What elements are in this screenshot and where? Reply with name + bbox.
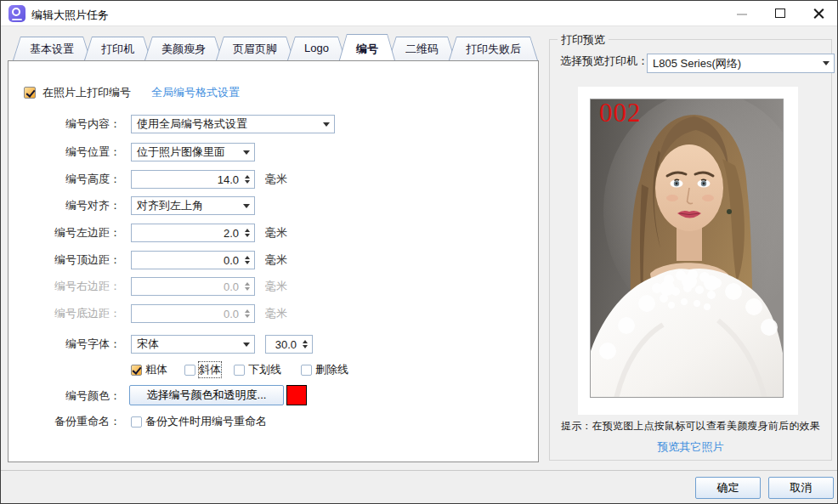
unit-label: 毫米 xyxy=(265,225,287,241)
spin-down-icon[interactable] xyxy=(245,261,250,264)
checkbox-icon xyxy=(234,365,245,376)
spinner-arrows[interactable] xyxy=(242,256,254,264)
printer-row: 选择预览打印机： L805 Series(网络) xyxy=(560,54,838,69)
spin-up-icon[interactable] xyxy=(245,175,250,178)
close-button[interactable] xyxy=(799,1,837,26)
spin-down-icon[interactable] xyxy=(245,180,250,184)
field-margin-bottom: 编号底边距： 0.0 毫米 xyxy=(8,303,538,324)
tab-logo[interactable]: Logo xyxy=(287,37,346,60)
number-align-select[interactable]: 对齐到左上角 xyxy=(131,196,255,215)
choose-color-button[interactable]: 选择编号颜色和透明度... xyxy=(129,385,284,405)
tab-beauty-slim[interactable]: 美颜瘦身 xyxy=(144,37,223,60)
number-position-label: 编号位置： xyxy=(8,144,121,160)
field-number-position: 编号位置： 位于照片图像里面 xyxy=(8,142,538,162)
italic-checkbox[interactable]: 斜体 xyxy=(184,362,221,377)
number-settings-panel: 在照片上打印编号 全局编号格式设置 编号内容： 使用全局编号格式设置 编号位置：… xyxy=(8,60,539,462)
print-number-checkbox[interactable]: 在照片上打印编号 全局编号格式设置 xyxy=(24,85,240,100)
unit-label: 毫米 xyxy=(265,279,287,294)
bold-checkbox[interactable]: 粗体 xyxy=(131,362,167,377)
maximize-button[interactable] xyxy=(761,1,799,26)
field-margin-top: 编号顶边距： 0.0 毫米 xyxy=(8,250,538,270)
number-content-label: 编号内容： xyxy=(8,116,121,132)
global-number-format-link[interactable]: 全局编号格式设置 xyxy=(151,85,240,100)
margin-left-spinner[interactable]: 2.0 xyxy=(131,224,255,242)
number-content-value: 使用全局编号格式设置 xyxy=(132,116,319,132)
preview-paper: 002 xyxy=(578,87,798,415)
spin-up-icon[interactable] xyxy=(245,229,250,232)
tab-printer[interactable]: 打印机 xyxy=(84,37,151,60)
color-swatch[interactable] xyxy=(286,385,307,405)
chevron-down-icon xyxy=(239,150,254,155)
number-align-value: 对齐到左上角 xyxy=(132,198,239,213)
spinner-value: 0.0 xyxy=(132,254,242,267)
font-family-value: 宋体 xyxy=(132,337,239,352)
preview-photo[interactable]: 002 xyxy=(590,99,784,398)
preview-other-photos-link[interactable]: 预览其它照片 xyxy=(658,440,724,453)
spin-down-icon xyxy=(245,287,250,291)
spin-up-icon[interactable] xyxy=(303,340,308,343)
tab-label: Logo xyxy=(287,37,346,54)
underline-label: 下划线 xyxy=(248,362,281,377)
number-content-select[interactable]: 使用全局编号格式设置 xyxy=(131,115,335,133)
chevron-down-icon xyxy=(818,61,834,65)
number-position-select[interactable]: 位于照片图像里面 xyxy=(131,143,255,161)
print-preview-group: 打印预览 选择预览打印机： L805 Series(网络) xyxy=(549,39,832,461)
field-margin-right: 编号右边距： 0.0 毫米 xyxy=(8,276,538,297)
tab-label: 打印失败后 xyxy=(449,37,538,57)
tab-print-fail[interactable]: 打印失败后 xyxy=(449,37,538,60)
font-size-spinner[interactable]: 30.0 xyxy=(265,335,313,354)
unit-label: 毫米 xyxy=(265,252,287,268)
backup-rename-label: 备份重命名： xyxy=(8,414,121,429)
italic-label: 斜体 xyxy=(199,362,221,377)
margin-top-spinner[interactable]: 0.0 xyxy=(131,251,255,269)
footer-bar: 确定 取消 xyxy=(1,470,837,504)
number-height-spinner[interactable]: 14.0 xyxy=(131,170,255,189)
margin-bottom-spinner: 0.0 xyxy=(131,304,255,323)
underline-checkbox[interactable]: 下划线 xyxy=(234,362,281,377)
spinner-value: 0.0 xyxy=(132,308,242,320)
spin-down-icon[interactable] xyxy=(303,345,308,348)
cancel-button[interactable]: 取消 xyxy=(768,477,834,499)
font-family-select[interactable]: 宋体 xyxy=(131,335,255,354)
tab-header-footer[interactable]: 页眉页脚 xyxy=(216,37,294,60)
spinner-arrows[interactable] xyxy=(242,229,254,237)
spin-down-icon xyxy=(245,314,250,318)
ok-button[interactable]: 确定 xyxy=(695,477,761,499)
backup-rename-checkbox-label: 备份文件时用编号重命名 xyxy=(145,414,267,429)
number-align-label: 编号对齐： xyxy=(8,198,121,213)
field-number-content: 编号内容： 使用全局编号格式设置 xyxy=(8,114,538,134)
app-icon xyxy=(8,5,25,22)
tab-bar: 基本设置 打印机 美颜瘦身 页眉页脚 Logo 编号 二维码 打印失败后 xyxy=(13,37,538,60)
spinner-value: 14.0 xyxy=(132,173,242,186)
spin-down-icon[interactable] xyxy=(245,234,250,237)
margin-right-spinner: 0.0 xyxy=(131,277,255,296)
minimize-button[interactable] xyxy=(722,1,761,26)
tab-label: 页眉页脚 xyxy=(216,37,294,57)
tab-qrcode[interactable]: 二维码 xyxy=(388,37,456,60)
spin-up-icon xyxy=(245,309,250,313)
spin-up-icon[interactable] xyxy=(245,256,250,259)
chevron-down-icon xyxy=(239,343,254,347)
photo-number-overlay: 002 xyxy=(599,99,642,128)
spinner-arrows[interactable] xyxy=(242,175,254,184)
checkbox-icon xyxy=(131,416,142,428)
backup-rename-checkbox[interactable]: 备份文件时用编号重命名 xyxy=(131,414,267,429)
print-preview-title: 打印预览 xyxy=(558,32,609,48)
checkbox-checked-icon xyxy=(24,87,36,99)
spinner-value: 0.0 xyxy=(132,280,242,293)
strikethrough-checkbox[interactable]: 删除线 xyxy=(301,362,348,377)
number-position-value: 位于照片图像里面 xyxy=(132,144,239,160)
tab-label: 编号 xyxy=(339,34,395,57)
app-icon-ring xyxy=(12,8,20,16)
minimize-icon xyxy=(737,14,747,15)
spinner-value: 30.0 xyxy=(266,338,300,351)
field-number-font: 编号字体： 宋体 30.0 xyxy=(8,334,538,354)
unit-label: 毫米 xyxy=(265,306,287,321)
window-controls xyxy=(722,1,837,26)
tab-number[interactable]: 编号 xyxy=(339,34,395,60)
tab-basic-settings[interactable]: 基本设置 xyxy=(13,37,91,60)
chevron-down-icon xyxy=(319,122,334,127)
strikethrough-label: 删除线 xyxy=(315,362,348,377)
preview-printer-select[interactable]: L805 Series(网络) xyxy=(647,54,835,73)
spinner-arrows[interactable] xyxy=(300,340,312,348)
